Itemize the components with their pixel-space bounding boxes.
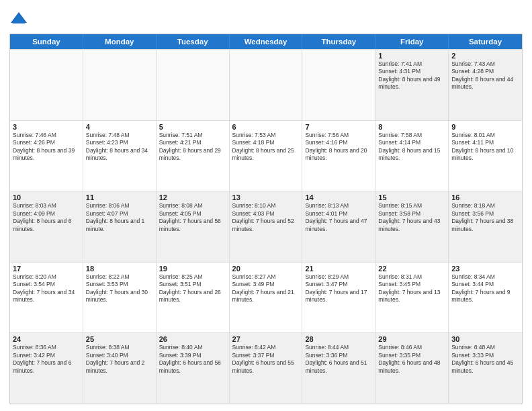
cal-cell: 4Sunrise: 7:48 AM Sunset: 4:23 PM Daylig… (83, 121, 157, 191)
week-row-1: 1Sunrise: 7:41 AM Sunset: 4:31 PM Daylig… (10, 49, 522, 120)
day-info: Sunrise: 8:22 AM Sunset: 3:53 PM Dayligh… (86, 273, 153, 304)
cal-cell: 20Sunrise: 8:27 AM Sunset: 3:49 PM Dayli… (230, 263, 303, 333)
cal-cell: 7Sunrise: 7:56 AM Sunset: 4:16 PM Daylig… (302, 121, 375, 191)
day-info: Sunrise: 8:08 AM Sunset: 4:05 PM Dayligh… (159, 202, 226, 233)
cal-cell: 8Sunrise: 7:58 AM Sunset: 4:14 PM Daylig… (375, 121, 449, 191)
day-number: 10 (13, 193, 80, 201)
day-number: 17 (13, 265, 80, 273)
page: SundayMondayTuesdayWednesdayThursdayFrid… (0, 0, 532, 411)
day-info: Sunrise: 8:46 AM Sunset: 3:35 PM Dayligh… (378, 344, 445, 375)
day-info: Sunrise: 8:48 AM Sunset: 3:33 PM Dayligh… (451, 344, 519, 375)
cal-cell: 5Sunrise: 7:51 AM Sunset: 4:21 PM Daylig… (157, 121, 230, 191)
cal-cell (230, 50, 303, 120)
cal-cell (83, 50, 157, 120)
week-row-5: 24Sunrise: 8:36 AM Sunset: 3:42 PM Dayli… (10, 332, 522, 404)
day-info: Sunrise: 7:51 AM Sunset: 4:21 PM Dayligh… (159, 132, 226, 163)
logo (9, 9, 31, 28)
cal-cell: 2Sunrise: 7:43 AM Sunset: 4:28 PM Daylig… (449, 50, 522, 120)
header-day-sunday: Sunday (10, 34, 83, 49)
cal-cell: 12Sunrise: 8:08 AM Sunset: 4:05 PM Dayli… (157, 191, 230, 262)
cal-cell: 23Sunrise: 8:34 AM Sunset: 3:44 PM Dayli… (449, 263, 522, 333)
day-number: 24 (13, 335, 80, 343)
day-number: 9 (451, 123, 519, 131)
day-info: Sunrise: 8:03 AM Sunset: 4:09 PM Dayligh… (13, 202, 80, 233)
day-number: 23 (451, 265, 519, 273)
week-row-4: 17Sunrise: 8:20 AM Sunset: 3:54 PM Dayli… (10, 262, 522, 333)
cal-cell: 28Sunrise: 8:44 AM Sunset: 3:36 PM Dayli… (302, 333, 375, 404)
day-number: 3 (13, 123, 80, 131)
day-number: 16 (451, 193, 519, 201)
day-number: 1 (378, 52, 445, 60)
day-info: Sunrise: 8:06 AM Sunset: 4:07 PM Dayligh… (86, 202, 153, 233)
day-info: Sunrise: 8:27 AM Sunset: 3:49 PM Dayligh… (232, 273, 300, 304)
week-row-2: 3Sunrise: 7:46 AM Sunset: 4:26 PM Daylig… (10, 120, 522, 191)
cal-cell: 11Sunrise: 8:06 AM Sunset: 4:07 PM Dayli… (83, 191, 157, 262)
day-number: 22 (378, 265, 445, 273)
cal-cell: 29Sunrise: 8:46 AM Sunset: 3:35 PM Dayli… (375, 333, 449, 404)
day-info: Sunrise: 8:40 AM Sunset: 3:39 PM Dayligh… (159, 344, 226, 375)
header-day-wednesday: Wednesday (230, 34, 303, 49)
day-info: Sunrise: 7:56 AM Sunset: 4:16 PM Dayligh… (305, 132, 372, 163)
cal-cell: 9Sunrise: 8:01 AM Sunset: 4:11 PM Daylig… (449, 121, 522, 191)
day-number: 21 (305, 265, 372, 273)
day-number: 26 (159, 335, 226, 343)
day-info: Sunrise: 8:42 AM Sunset: 3:37 PM Dayligh… (232, 344, 300, 375)
day-info: Sunrise: 7:46 AM Sunset: 4:26 PM Dayligh… (13, 132, 80, 163)
cal-cell: 15Sunrise: 8:15 AM Sunset: 3:58 PM Dayli… (375, 191, 449, 262)
cal-cell: 1Sunrise: 7:41 AM Sunset: 4:31 PM Daylig… (375, 50, 449, 120)
day-number: 25 (86, 335, 153, 343)
day-info: Sunrise: 8:15 AM Sunset: 3:58 PM Dayligh… (378, 202, 445, 233)
cal-cell: 30Sunrise: 8:48 AM Sunset: 3:33 PM Dayli… (449, 333, 522, 404)
day-number: 4 (86, 123, 153, 131)
week-row-3: 10Sunrise: 8:03 AM Sunset: 4:09 PM Dayli… (10, 191, 522, 262)
day-info: Sunrise: 8:29 AM Sunset: 3:47 PM Dayligh… (305, 273, 372, 304)
day-info: Sunrise: 7:41 AM Sunset: 4:31 PM Dayligh… (378, 60, 445, 91)
cal-cell: 18Sunrise: 8:22 AM Sunset: 3:53 PM Dayli… (83, 263, 157, 333)
cal-cell: 24Sunrise: 8:36 AM Sunset: 3:42 PM Dayli… (10, 333, 83, 404)
day-number: 20 (232, 265, 300, 273)
day-info: Sunrise: 8:18 AM Sunset: 3:56 PM Dayligh… (451, 202, 519, 233)
day-number: 6 (232, 123, 300, 131)
day-number: 18 (86, 265, 153, 273)
day-number: 14 (305, 193, 372, 201)
day-info: Sunrise: 7:43 AM Sunset: 4:28 PM Dayligh… (451, 60, 519, 91)
header-day-tuesday: Tuesday (157, 34, 230, 49)
day-number: 12 (159, 193, 226, 201)
day-number: 5 (159, 123, 226, 131)
header-day-thursday: Thursday (302, 34, 375, 49)
header (9, 7, 523, 28)
day-info: Sunrise: 8:44 AM Sunset: 3:36 PM Dayligh… (305, 344, 372, 375)
cal-cell: 6Sunrise: 7:53 AM Sunset: 4:18 PM Daylig… (230, 121, 303, 191)
day-info: Sunrise: 8:34 AM Sunset: 3:44 PM Dayligh… (451, 273, 519, 304)
day-number: 27 (232, 335, 300, 343)
day-number: 15 (378, 193, 445, 201)
cal-cell: 10Sunrise: 8:03 AM Sunset: 4:09 PM Dayli… (10, 191, 83, 262)
day-info: Sunrise: 8:01 AM Sunset: 4:11 PM Dayligh… (451, 132, 519, 163)
calendar: SundayMondayTuesdayWednesdayThursdayFrid… (9, 34, 523, 404)
day-info: Sunrise: 8:31 AM Sunset: 3:45 PM Dayligh… (378, 273, 445, 304)
day-info: Sunrise: 7:58 AM Sunset: 4:14 PM Dayligh… (378, 132, 445, 163)
day-number: 7 (305, 123, 372, 131)
logo-icon (9, 9, 28, 28)
cal-cell: 17Sunrise: 8:20 AM Sunset: 3:54 PM Dayli… (10, 263, 83, 333)
cal-cell: 27Sunrise: 8:42 AM Sunset: 3:37 PM Dayli… (230, 333, 303, 404)
day-info: Sunrise: 7:53 AM Sunset: 4:18 PM Dayligh… (232, 132, 300, 163)
cal-cell (10, 50, 83, 120)
calendar-body: 1Sunrise: 7:41 AM Sunset: 4:31 PM Daylig… (10, 49, 522, 404)
day-info: Sunrise: 8:25 AM Sunset: 3:51 PM Dayligh… (159, 273, 226, 304)
calendar-header: SundayMondayTuesdayWednesdayThursdayFrid… (10, 34, 522, 49)
cal-cell: 16Sunrise: 8:18 AM Sunset: 3:56 PM Dayli… (449, 191, 522, 262)
day-info: Sunrise: 8:10 AM Sunset: 4:03 PM Dayligh… (232, 202, 300, 233)
cal-cell (157, 50, 230, 120)
day-number: 30 (451, 335, 519, 343)
day-info: Sunrise: 8:20 AM Sunset: 3:54 PM Dayligh… (13, 273, 80, 304)
day-number: 2 (451, 52, 519, 60)
cal-cell: 25Sunrise: 8:38 AM Sunset: 3:40 PM Dayli… (83, 333, 157, 404)
day-number: 13 (232, 193, 300, 201)
header-day-monday: Monday (83, 34, 157, 49)
day-number: 28 (305, 335, 372, 343)
cal-cell: 26Sunrise: 8:40 AM Sunset: 3:39 PM Dayli… (157, 333, 230, 404)
cal-cell: 3Sunrise: 7:46 AM Sunset: 4:26 PM Daylig… (10, 121, 83, 191)
cal-cell: 19Sunrise: 8:25 AM Sunset: 3:51 PM Dayli… (157, 263, 230, 333)
header-day-friday: Friday (375, 34, 449, 49)
